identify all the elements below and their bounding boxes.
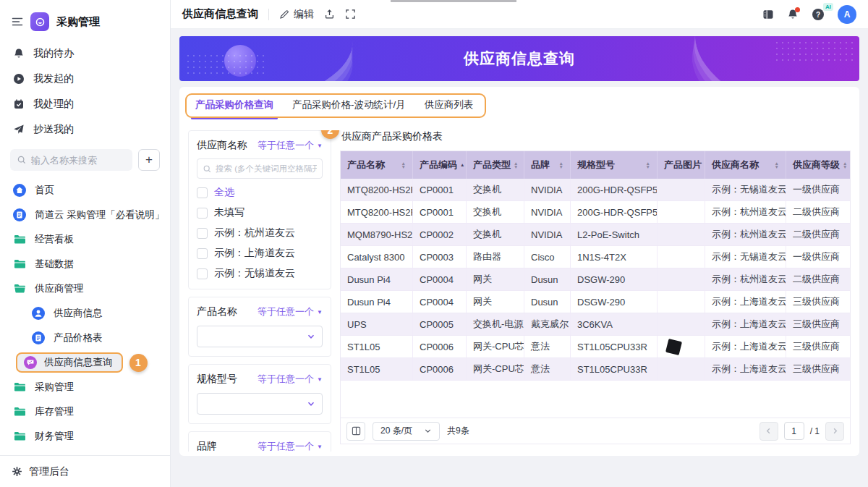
sort-both-icon[interactable]: ▲▼ bbox=[401, 161, 406, 169]
filter-option[interactable]: 全选 bbox=[197, 186, 323, 199]
tab-2[interactable]: 产品采购价格-波动统计/月 bbox=[292, 98, 406, 114]
table-footer: 20 条/页 共9条 1 / 1 bbox=[341, 418, 850, 444]
column-settings-button[interactable] bbox=[346, 422, 365, 441]
checkbox[interactable] bbox=[197, 208, 208, 219]
next-page-button[interactable] bbox=[825, 422, 844, 441]
sort-asc-icon[interactable]: ▲ bbox=[460, 163, 464, 167]
sidebar-quick-item[interactable]: 我的待办 bbox=[0, 41, 170, 66]
filter-option[interactable]: 示例：上海道友云 bbox=[197, 247, 323, 260]
filter-search-box[interactable] bbox=[197, 158, 323, 179]
sort-both-icon[interactable]: ▲▼ bbox=[775, 161, 779, 169]
sidebar-search-row: + bbox=[0, 142, 170, 174]
sidebar-item-purchase-mgmt[interactable]: 采购管理 bbox=[0, 375, 170, 399]
tab-1[interactable]: 产品采购价格查询 bbox=[195, 98, 273, 114]
sidebar-quick-item[interactable]: 抄送我的 bbox=[0, 117, 170, 142]
table-cell: CP0002 bbox=[413, 224, 467, 245]
annotation-badge-1: 1 bbox=[129, 354, 148, 372]
table-spacer bbox=[341, 381, 850, 418]
sort-both-icon[interactable]: ▲▼ bbox=[843, 161, 847, 169]
sidebar-header: 采购管理 bbox=[0, 0, 170, 41]
sidebar-item-product-price[interactable]: 产品价格表 bbox=[0, 326, 170, 350]
table-row[interactable]: ST1L05CP0006网关-CPU芯片意法ST1L05CPU33R示例：上海道… bbox=[341, 358, 850, 381]
filter-operator-dropdown[interactable]: 等于任意一个▼ bbox=[258, 440, 323, 452]
sidebar-item-home[interactable]: 首页 bbox=[0, 178, 170, 203]
sidebar-item-label: 经营看板 bbox=[35, 233, 74, 246]
person-circle-icon bbox=[32, 307, 45, 320]
column-header-1[interactable]: 产品名称▲▼ bbox=[341, 151, 413, 179]
checkbox[interactable] bbox=[197, 228, 208, 239]
sort-both-icon[interactable]: ▲▼ bbox=[646, 161, 650, 169]
table-body: MTQ8200-HS2FCP0001交换机NVIDIA200G-HDR-QSFP… bbox=[341, 179, 850, 381]
table-row[interactable]: Dusun Pi4CP0004网关DusunDSGW-290示例：杭州道友云二级… bbox=[341, 268, 850, 291]
prev-page-button[interactable] bbox=[760, 422, 778, 441]
filter-option[interactable]: 示例：杭州道友云 bbox=[197, 226, 323, 240]
filter-option[interactable]: 未填写 bbox=[197, 206, 323, 219]
filter-operator-dropdown[interactable]: 等于任意一个▼ bbox=[258, 305, 323, 318]
column-header-3[interactable]: 产品类型▲▼ bbox=[467, 151, 524, 179]
edit-button[interactable]: 编辑 bbox=[279, 8, 314, 21]
column-header-4[interactable]: 品牌▲▼ bbox=[524, 151, 571, 179]
table-cell: 网关-CPU芯片 bbox=[467, 336, 524, 357]
filter-operator-label: 等于任意一个 bbox=[258, 139, 314, 152]
filter-operator-dropdown[interactable]: 等于任意一个▼ bbox=[258, 139, 323, 152]
filter-select[interactable] bbox=[197, 326, 323, 347]
column-header-8[interactable]: 供应商等级▲▼ bbox=[786, 151, 850, 179]
column-header-2[interactable]: 产品编码▲ bbox=[413, 151, 467, 179]
sidebar-search-box[interactable] bbox=[10, 149, 132, 171]
sidebar-item-supplier-info[interactable]: 供应商信息 bbox=[0, 301, 170, 326]
table-panel: 供应商产品采购价格表 产品名称▲▼产品编码▲产品类型▲▼品牌▲▼规格型号▲▼产品… bbox=[340, 130, 851, 452]
sort-both-icon[interactable]: ▲▼ bbox=[559, 161, 563, 169]
page-size-select[interactable]: 20 条/页 bbox=[373, 422, 440, 441]
table-row[interactable]: MQM8790-HS2RCP0002交换机NVIDIAL2-PoE-Switch… bbox=[341, 224, 850, 246]
sidebar-item-inventory-mgmt[interactable]: 库存管理 bbox=[0, 399, 170, 424]
filter-select[interactable] bbox=[197, 393, 323, 415]
table-row[interactable]: Dusun Pi4CP0004网关DusunDSGW-290示例：上海道友云三级… bbox=[341, 291, 850, 313]
sidebar-item-dashboard[interactable]: 经营看板 bbox=[0, 227, 170, 252]
table-row[interactable]: Catalyst 8300CP0003路由器Cisco1N1S-4T2X示例：无… bbox=[341, 246, 850, 268]
table-row[interactable]: UPSCP0005交换机-电源戴克威尔3C6KVA示例：上海道友云三级供应商 bbox=[341, 313, 850, 336]
sidebar-item-finance-mgmt[interactable]: 财务管理 bbox=[0, 424, 170, 449]
checkbox[interactable] bbox=[197, 268, 208, 279]
sidebar-item-supplier-query[interactable]: 供应商信息查询1 bbox=[0, 350, 170, 375]
sidebar-search-input[interactable] bbox=[31, 155, 126, 166]
add-button[interactable]: + bbox=[138, 149, 160, 171]
filter-head: 产品名称等于任意一个▼ bbox=[197, 305, 323, 318]
sidebar-quick-item[interactable]: 我发起的 bbox=[0, 66, 170, 91]
column-header-5[interactable]: 规格型号▲▼ bbox=[571, 151, 658, 179]
sidebar-quick-item[interactable]: 我处理的 bbox=[0, 91, 170, 117]
fullscreen-button[interactable] bbox=[345, 9, 356, 20]
column-header-7[interactable]: 供应商名称▲▼ bbox=[705, 151, 786, 179]
filter-section-1: 供应商名称等于任意一个▼全选未填写示例：杭州道友云示例：上海道友云示例：无锡道友… bbox=[188, 130, 331, 289]
tab-3[interactable]: 供应商列表 bbox=[425, 98, 474, 114]
product-chip-image[interactable] bbox=[665, 338, 682, 355]
sidebar-item-supplier-mgmt[interactable]: 供应商管理 bbox=[0, 276, 170, 301]
page-number-input[interactable]: 1 bbox=[784, 422, 804, 440]
table-cell: 示例：杭州道友云 bbox=[705, 268, 786, 290]
sort-both-icon[interactable]: ▲▼ bbox=[514, 161, 518, 169]
quick-item-label: 我的待办 bbox=[33, 47, 74, 60]
column-header-6[interactable]: 产品图片 bbox=[658, 151, 705, 179]
share-button[interactable] bbox=[324, 9, 335, 20]
filter-search-input[interactable] bbox=[216, 164, 317, 173]
sidebar-item-base-data[interactable]: 基础数据 bbox=[0, 252, 170, 276]
sidebar-item-guide[interactable]: 简道云 采购管理「必看说明」 bbox=[0, 203, 170, 227]
quick-item-label: 我处理的 bbox=[33, 98, 74, 111]
filter-option[interactable]: 示例：无锡道友云 bbox=[197, 267, 323, 280]
checkbox[interactable] bbox=[197, 187, 208, 198]
sidebar-item-label: 库存管理 bbox=[35, 405, 74, 418]
sidebar-panel-icon[interactable] bbox=[762, 9, 774, 20]
table-row[interactable]: MTQ8200-HS2FCP0001交换机NVIDIA200G-HDR-QSFP… bbox=[341, 201, 850, 224]
table-cell: 三级供应商 bbox=[786, 313, 850, 335]
table-cell: Dusun bbox=[524, 291, 571, 313]
table-row[interactable]: ST1L05CP0006网关-CPU芯片意法ST1L05CPU33R示例：上海道… bbox=[341, 336, 850, 358]
admin-footer[interactable]: 管理后台 bbox=[0, 455, 170, 487]
help-icon[interactable]: ? AI bbox=[812, 8, 825, 21]
table-row[interactable]: MTQ8200-HS2FCP0001交换机NVIDIA200G-HDR-QSFP… bbox=[341, 179, 850, 201]
filter-operator-dropdown[interactable]: 等于任意一个▼ bbox=[258, 373, 323, 386]
avatar[interactable]: A bbox=[838, 5, 856, 24]
notification-bell-icon[interactable] bbox=[787, 9, 799, 20]
checkbox[interactable] bbox=[197, 248, 208, 259]
hamburger-icon[interactable] bbox=[12, 16, 23, 27]
table-cell: 示例：上海道友云 bbox=[705, 336, 786, 357]
svg-text:?: ? bbox=[816, 10, 820, 18]
